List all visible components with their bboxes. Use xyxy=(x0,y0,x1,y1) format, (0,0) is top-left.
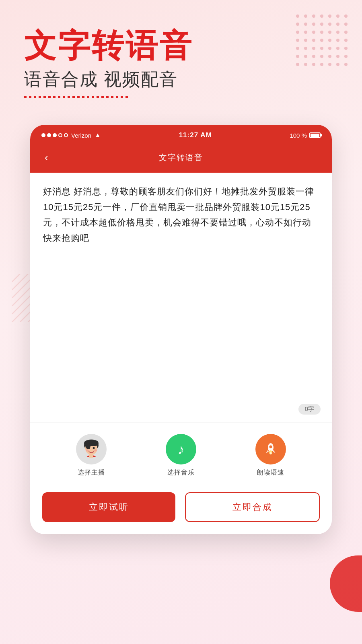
bottom-controls: 选择主播 ♪ 选择音乐 xyxy=(30,422,332,485)
svg-point-17 xyxy=(320,31,323,34)
red-shape-decoration xyxy=(330,555,362,612)
dot-1 xyxy=(41,133,45,137)
svg-point-19 xyxy=(336,31,339,34)
svg-point-9 xyxy=(312,23,315,26)
svg-point-46 xyxy=(328,63,331,66)
svg-point-27 xyxy=(344,39,348,42)
svg-point-15 xyxy=(304,31,307,34)
svg-point-34 xyxy=(344,47,348,50)
svg-point-11 xyxy=(328,23,331,26)
svg-point-20 xyxy=(344,31,348,34)
dots-decoration: // Generated inline via SVG xyxy=(290,8,354,72)
svg-point-65 xyxy=(93,447,95,449)
avatar-icon-container xyxy=(76,434,107,464)
phone-mockup: Verizon ▲ 11:27 AM 100 % ‹ 文字转语音 好消息 好消息… xyxy=(30,125,332,534)
status-right: 100 % xyxy=(290,132,321,139)
svg-point-10 xyxy=(320,23,323,26)
svg-point-26 xyxy=(336,39,339,42)
svg-point-28 xyxy=(296,47,299,50)
speed-icon-container xyxy=(255,434,286,464)
dot-5 xyxy=(64,133,68,137)
svg-point-4 xyxy=(328,14,331,18)
battery-fill xyxy=(311,134,319,137)
select-music-button[interactable]: ♪ 选择音乐 xyxy=(166,434,196,477)
nav-bar: ‹ 文字转语音 xyxy=(30,146,332,173)
svg-point-67 xyxy=(94,450,97,452)
svg-line-50 xyxy=(12,274,28,290)
hero-title: 文字转语音 xyxy=(24,28,193,64)
svg-point-40 xyxy=(336,55,339,58)
svg-point-64 xyxy=(88,447,90,449)
hero-section: 文字转语音 语音合成 视频配音 xyxy=(24,28,193,98)
select-music-label: 选择音乐 xyxy=(167,469,195,477)
svg-point-36 xyxy=(304,55,307,58)
reading-speed-button[interactable]: 朗读语速 xyxy=(255,434,286,477)
svg-point-39 xyxy=(328,55,331,58)
svg-point-2 xyxy=(312,14,315,18)
hero-subtitle: 语音合成 视频配音 xyxy=(24,68,193,91)
svg-point-6 xyxy=(344,14,348,18)
battery-percent: 100 % xyxy=(290,132,307,139)
nav-title: 文字转语音 xyxy=(159,152,203,163)
svg-point-7 xyxy=(296,23,299,26)
svg-point-22 xyxy=(304,39,307,42)
dot-2 xyxy=(47,133,51,137)
svg-line-49 xyxy=(12,274,20,282)
svg-point-14 xyxy=(296,31,299,34)
svg-point-29 xyxy=(304,47,307,50)
char-count: 0字 xyxy=(298,404,321,415)
svg-point-13 xyxy=(344,23,348,26)
dot-4 xyxy=(58,133,62,137)
action-buttons: 立即试听 立即合成 xyxy=(30,485,332,534)
svg-point-44 xyxy=(312,63,315,66)
svg-point-33 xyxy=(336,47,339,50)
svg-point-0 xyxy=(296,14,299,18)
svg-rect-68 xyxy=(89,454,93,458)
text-content: 好消息 好消息，尊敬的顾客朋友们你们好！地摊批发外贸服装一律10元15元25元一… xyxy=(43,184,319,246)
signal-dots xyxy=(41,133,68,137)
svg-point-35 xyxy=(296,55,299,58)
svg-point-38 xyxy=(320,55,323,58)
battery-icon xyxy=(309,132,321,138)
svg-point-5 xyxy=(336,14,339,18)
music-note-icon: ♪ xyxy=(177,442,184,457)
svg-point-45 xyxy=(320,63,323,66)
hero-underline xyxy=(24,96,129,98)
svg-point-42 xyxy=(296,63,299,66)
svg-point-1 xyxy=(304,14,307,18)
status-left: Verizon ▲ xyxy=(41,132,101,139)
reading-speed-label: 朗读语速 xyxy=(257,469,284,477)
status-time: 11:27 AM xyxy=(179,131,212,139)
select-anchor-button[interactable]: 选择主播 xyxy=(76,434,107,477)
svg-point-31 xyxy=(320,47,323,50)
svg-point-23 xyxy=(312,39,315,42)
music-icon-container: ♪ xyxy=(166,434,196,464)
svg-point-21 xyxy=(296,39,299,42)
dot-3 xyxy=(53,133,57,137)
svg-point-18 xyxy=(328,31,331,34)
back-button[interactable]: ‹ xyxy=(41,150,51,165)
svg-point-66 xyxy=(86,450,89,452)
svg-point-37 xyxy=(312,55,315,58)
svg-point-3 xyxy=(320,14,323,18)
svg-point-32 xyxy=(328,47,331,50)
listen-button[interactable]: 立即试听 xyxy=(42,492,175,522)
status-bar: Verizon ▲ 11:27 AM 100 % xyxy=(30,125,332,146)
svg-point-30 xyxy=(312,47,315,50)
svg-point-41 xyxy=(344,55,348,58)
wifi-icon: ▲ xyxy=(95,132,101,139)
svg-point-24 xyxy=(320,39,323,42)
avatar-icon xyxy=(79,437,103,461)
svg-point-72 xyxy=(270,452,272,454)
svg-point-48 xyxy=(344,63,348,66)
rocket-icon xyxy=(263,441,279,457)
synthesize-button[interactable]: 立即合成 xyxy=(185,492,320,522)
text-input-area[interactable]: 好消息 好消息，尊敬的顾客朋友们你们好！地摊批发外贸服装一律10元15元25元一… xyxy=(30,173,332,422)
svg-point-8 xyxy=(304,23,307,26)
select-anchor-label: 选择主播 xyxy=(78,469,105,477)
carrier-label: Verizon xyxy=(71,132,91,139)
svg-point-25 xyxy=(328,39,331,42)
svg-point-70 xyxy=(269,446,272,448)
svg-point-16 xyxy=(312,31,315,34)
svg-point-43 xyxy=(304,63,307,66)
